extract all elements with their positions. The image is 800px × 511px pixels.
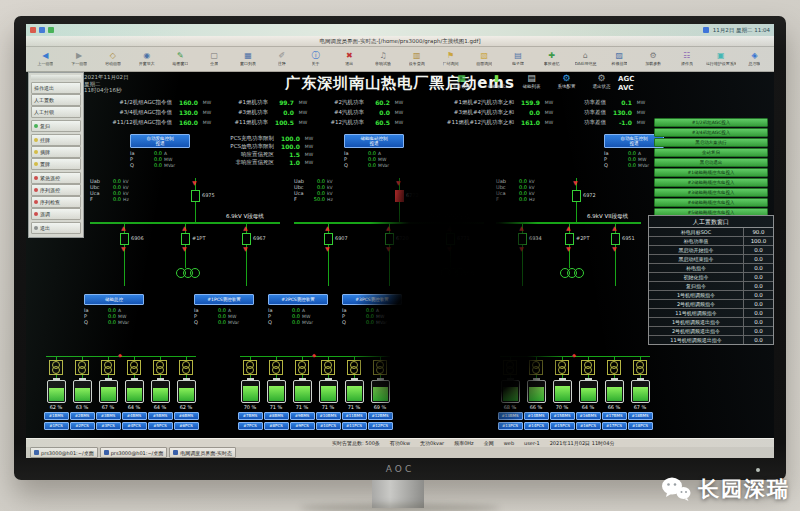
sidebar-item[interactable]: 紧急遥控: [31, 172, 81, 184]
pcs-chip-button[interactable]: #8PCS: [264, 422, 289, 430]
bms-chip-button[interactable]: #12BMS: [368, 412, 393, 420]
taskbar-button[interactable]: prs3000@h01:~/桌面: [30, 447, 98, 458]
pcs-chip-button[interactable]: #1PCS: [44, 422, 69, 430]
toolbar-item-zoom-window[interactable]: ◉开窗放大: [130, 47, 163, 71]
bms-chip-button[interactable]: #2BMS: [70, 412, 95, 420]
toolbar-item-window-list[interactable]: ▦窗口列表: [232, 47, 265, 71]
pcs-chip-button[interactable]: #7PCS: [238, 422, 263, 430]
feeder-breaker[interactable]: [324, 233, 333, 245]
feeder-breaker[interactable]: [518, 233, 527, 245]
sidebar-item[interactable]: 挂牌: [31, 134, 81, 146]
pcs-chip-button[interactable]: #14PCS: [524, 422, 549, 430]
bms-chip-button[interactable]: #18BMS: [628, 412, 653, 420]
feeder-breaker[interactable]: [565, 233, 574, 245]
toolbar-item-audio-test[interactable]: ♫音响试验: [367, 47, 400, 71]
pcs-control-button[interactable]: #1PCS测控装置: [194, 294, 254, 305]
sidebar-item[interactable]: 操作退出: [31, 82, 81, 94]
incoming-breaker[interactable]: [395, 190, 404, 202]
control-toggle-button[interactable]: 储能电站控制投退: [344, 134, 404, 148]
sequence-button[interactable]: #2储能舱顺控充电投入: [654, 178, 768, 187]
sequence-button[interactable]: 全站复归: [654, 148, 768, 157]
desktop-icon-green[interactable]: [48, 27, 54, 33]
sidebar-item[interactable]: 置牌: [31, 158, 81, 170]
pcs-control-button[interactable]: #2PCS测控装置: [268, 294, 328, 305]
feeder-breaker[interactable]: [181, 233, 190, 245]
sidebar-item[interactable]: 遥调: [31, 208, 81, 220]
bms-chip-button[interactable]: #6BMS: [174, 412, 199, 420]
feeder-breaker[interactable]: [242, 233, 251, 245]
toolbar-item-annotate[interactable]: ✐注释: [265, 47, 298, 71]
sequence-button[interactable]: #4储能舱顺控充电投入: [654, 198, 768, 207]
table-row-value[interactable]: 0.0: [743, 273, 773, 281]
sequence-button[interactable]: #3储能舱顺控充电投入: [654, 188, 768, 197]
toolbar-item-home-screen[interactable]: ◇启动画面: [97, 47, 130, 71]
pcs-chip-button[interactable]: #3PCS: [96, 422, 121, 430]
header-button-storage-list[interactable]: ▤储能列表: [518, 74, 545, 89]
sidebar-item[interactable]: 序列检查: [31, 196, 81, 208]
pcs-chip-button[interactable]: #15PCS: [550, 422, 575, 430]
pcs-chip-button[interactable]: #10PCS: [316, 422, 341, 430]
taskbar-button[interactable]: 电网调度员界面-实时态: [169, 447, 236, 458]
bms-chip-button[interactable]: #10BMS: [316, 412, 341, 420]
table-row-value[interactable]: 0.0: [743, 282, 773, 290]
incoming-breaker[interactable]: [191, 190, 200, 202]
bms-chip-button[interactable]: #4BMS: [122, 412, 147, 420]
bms-chip-button[interactable]: #14BMS: [524, 412, 549, 420]
sequence-button[interactable]: 黑启动退出: [654, 158, 768, 167]
pcs-chip-button[interactable]: #16PCS: [576, 422, 601, 430]
incoming-breaker[interactable]: [572, 190, 581, 202]
toolbar-item-total-call[interactable]: ◈总召唤: [738, 47, 771, 71]
toolbar-item-station-query[interactable]: ⚑厂站询问: [434, 47, 467, 71]
sequence-button[interactable]: 黑启动方案执行: [654, 138, 768, 147]
header-button-storage-unit[interactable]: ▮储能单元: [483, 74, 510, 89]
toolbar-item-exit[interactable]: ✖退出: [333, 47, 366, 71]
pcs-chip-button[interactable]: #17PCS: [602, 422, 627, 430]
bms-chip-button[interactable]: #13BMS: [498, 412, 523, 420]
header-button-system-config[interactable]: ⚙系统配置: [553, 74, 580, 89]
toolbar-item-device-query[interactable]: ▥设备查询: [400, 47, 433, 71]
toolbar-item-e-tag[interactable]: ▤电子牌: [502, 47, 535, 71]
pcs-chip-button[interactable]: #5PCS: [148, 422, 173, 430]
control-toggle-button[interactable]: 自动发电控制投退: [130, 134, 190, 148]
toolbar-item-next-screen[interactable]: ▶下一画面: [63, 47, 96, 71]
sequence-button[interactable]: #1储能舱顺控充电投入: [654, 168, 768, 177]
pcs-chip-button[interactable]: #6PCS: [174, 422, 199, 430]
toolbar-item-da-info[interactable]: ⌂DA处理信息: [569, 47, 602, 71]
table-row-value[interactable]: 0.0: [743, 336, 773, 344]
table-row-value[interactable]: 0.0: [743, 255, 773, 263]
sidebar-grip[interactable]: [31, 75, 81, 80]
table-row-value[interactable]: 100.0: [743, 237, 773, 245]
sequence-button[interactable]: #3/4机组AGC投入: [654, 128, 768, 137]
bms-chip-button[interactable]: #16BMS: [576, 412, 601, 420]
pcs-control-button[interactable]: #3PCS测控装置: [342, 294, 402, 305]
toolbar-item-maint-tag[interactable]: ▨检修挂牌: [603, 47, 636, 71]
agc-label[interactable]: AGC: [618, 75, 634, 84]
table-row-value[interactable]: 0.0: [743, 318, 773, 326]
sidebar-item[interactable]: 复归: [31, 120, 81, 132]
header-button-main-diagram[interactable]: ▦主接线图: [448, 74, 475, 89]
bms-chip-button[interactable]: #11BMS: [342, 412, 367, 420]
table-row-value[interactable]: 0.0: [743, 264, 773, 272]
toolbar-item-load-params[interactable]: ⚙加载参数: [637, 47, 670, 71]
toolbar-item-draw-window[interactable]: ✎绘图窗口: [164, 47, 197, 71]
table-row-value[interactable]: 90.0: [743, 228, 773, 236]
toolbar-item-fullscreen[interactable]: ▢全屏: [198, 47, 231, 71]
pcs-chip-button[interactable]: #12PCS: [368, 422, 393, 430]
avc-label[interactable]: AVC: [618, 84, 634, 93]
table-row-value[interactable]: 0.0: [743, 246, 773, 254]
sidebar-item[interactable]: 人工封锁: [31, 106, 81, 118]
sidebar-item[interactable]: 退出: [31, 222, 81, 234]
sequence-button[interactable]: #1/2机组AGC投入: [654, 118, 768, 127]
sidebar-item[interactable]: 序列遥控: [31, 184, 81, 196]
bms-chip-button[interactable]: #17BMS: [602, 412, 627, 420]
table-row-value[interactable]: 0.0: [743, 300, 773, 308]
pcs-chip-button[interactable]: #2PCS: [70, 422, 95, 430]
toolbar-item-screen-query[interactable]: ▧画面询问: [468, 47, 501, 71]
toolbar-item-prev-screen[interactable]: ◀上一画面: [29, 47, 62, 71]
bms-chip-button[interactable]: #5BMS: [148, 412, 173, 420]
bms-chip-button[interactable]: #1BMS: [44, 412, 69, 420]
toolbar-item-event-recall[interactable]: ✚事故追忆: [535, 47, 568, 71]
table-row-value[interactable]: 0.0: [743, 291, 773, 299]
pcs-chip-button[interactable]: #11PCS: [342, 422, 367, 430]
pcs-chip-button[interactable]: #9PCS: [290, 422, 315, 430]
